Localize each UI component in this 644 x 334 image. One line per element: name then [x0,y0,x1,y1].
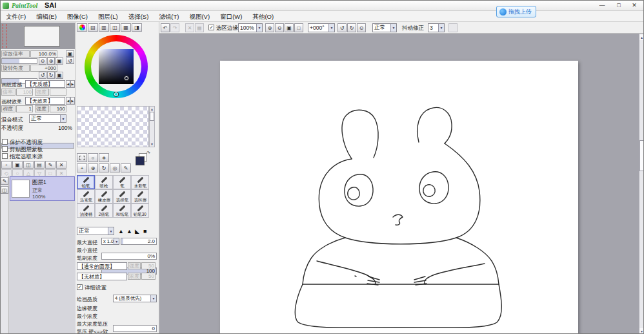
effect-strength-value[interactable]: 100 [50,105,66,112]
brush-pencil[interactable]: 铅笔 [77,175,95,189]
navigator-zoom-out-button[interactable]: ⊖ [39,57,46,65]
paper-texture-select[interactable]: 【无质感】 [25,80,65,88]
stabilizer-extra-button[interactable] [448,23,458,32]
zoom-tool-button[interactable]: ⊕ [88,163,98,172]
hue-marker[interactable] [114,92,118,96]
rotate-tool-button[interactable]: ↻ [99,163,109,172]
scroll-down-icon[interactable]: ▼ [150,141,154,147]
rotate-reset-button[interactable]: ⊙ [357,23,366,32]
navigator-zoom-in-button[interactable]: ⊕ [47,57,55,65]
rgb-slider-tab[interactable]: ▤ [88,23,98,32]
navigator-rotate-cw-button[interactable]: ↻ [47,72,55,79]
brush-airbrush[interactable]: 喷枪 [95,175,113,189]
advanced-settings-checkbox[interactable] [77,284,83,290]
new-layer-set-button[interactable]: ▣ [12,161,23,169]
zoom-out-button[interactable]: ⊖ [275,23,284,32]
delete-layer-button[interactable]: ✕ [56,161,66,169]
max-diameter-slider[interactable]: 2.0 [121,238,157,245]
brush-shape-icon[interactable]: ▲ [126,228,132,235]
rotate-ccw-button[interactable]: ↺ [337,23,347,32]
min-diameter-slider[interactable]: 0% [101,253,157,260]
scratchpad-scrollbar[interactable]: ▲ ▼ [149,106,155,147]
saturation-value-square[interactable] [99,49,134,84]
hsv-slider-tab[interactable]: ▥ [99,23,109,32]
paint-effect-rail-button[interactable]: ✎ [1,177,8,185]
zoom-select[interactable]: 100%▼ [238,23,263,32]
lasso-tool-button[interactable]: ○ [88,153,98,162]
brush-bucket[interactable]: 油漆桶 [77,204,95,218]
navigator-rotate-ccw-button[interactable]: ↺ [39,72,46,79]
prev-texture-button[interactable]: ◀ [66,80,70,88]
scratchpad-area[interactable] [77,106,149,147]
magic-wand-tool-button[interactable]: ∗ [99,153,109,162]
selection-edge-checkbox[interactable] [208,25,214,30]
brush-binary-pen[interactable]: 2值笔 [95,204,113,218]
canvas-scroll-thumb[interactable] [639,140,644,171]
brush-select-eraser[interactable]: 选区擦 [131,189,149,204]
menu-item-filter[interactable]: 滤镜(T) [154,11,184,22]
undo-button[interactable]: ↶ [161,23,170,32]
paste-layer-button[interactable]: ▤ [34,161,45,169]
brush-shape-select[interactable]: 【通常的圆形】 [77,262,127,270]
brush-marker[interactable]: 马克笔 [77,189,95,204]
color-mixer-tab[interactable]: ◫ [110,23,120,32]
zoom-in-button[interactable]: ⊕ [265,23,274,32]
color-wheel-tab[interactable] [77,23,87,32]
edit-layer-button[interactable]: ✎ [45,161,55,169]
preserve-opacity-checkbox[interactable] [2,139,8,145]
layer-row-selected[interactable]: 图层1 正常 100% [10,176,75,201]
current-color-swatch[interactable] [136,156,145,165]
brush-shape-icon[interactable]: ■ [143,228,146,235]
copy-layer-button[interactable]: ◫ [23,161,34,169]
clipping-mask-checkbox[interactable] [2,146,8,152]
scroll-up-icon[interactable]: ▲ [150,107,154,112]
menu-item-others[interactable]: 其他(O) [247,11,279,22]
scratchpad-tab[interactable]: ◨ [132,23,142,32]
menu-item-layer[interactable]: 图层(L) [93,11,123,22]
move-tool-button[interactable]: + [77,163,87,172]
navigator-rotate-reset-button[interactable]: ▣ [55,72,63,79]
blend-mode-select[interactable]: 正常▼ [29,114,66,123]
angle-select[interactable]: +000°▼ [308,23,335,32]
zoom-fit-button[interactable]: ▣ [285,23,294,32]
new-layer-button[interactable]: ▫ [1,161,12,169]
canvas-vertical-scrollbar[interactable]: ▲ ▼ [639,34,644,334]
drawing-canvas[interactable] [220,61,578,334]
drag-upload-button[interactable]: 拖拽上传 [496,6,536,17]
zoom-reset-button[interactable]: □ [294,23,303,32]
navigator-preview[interactable] [1,23,75,49]
brush-shape-icon[interactable]: ◣ [135,228,139,235]
navigator-reset-zoom-button[interactable]: ▣ [66,50,74,57]
close-button[interactable]: ✕ [627,1,642,10]
menu-item-file[interactable]: 文件(F) [1,11,31,22]
selection-source-checkbox[interactable] [2,153,8,159]
maximize-button[interactable]: □ [611,1,627,10]
menu-item-view[interactable]: 视图(V) [184,11,215,22]
scratchpad-scroll-thumb[interactable] [150,112,154,121]
edge-hardness-slider[interactable]: 0 [113,325,157,332]
invert-selection-button[interactable]: ▦ [195,23,204,32]
sv-marker[interactable] [125,76,128,80]
marquee-tool-button[interactable] [77,153,87,162]
quality-select[interactable]: 4 (品质优先)▼ [113,295,157,302]
effect-degree-value[interactable]: 1 [16,105,33,112]
menu-item-window[interactable]: 窗口(W) [215,11,247,22]
brush-eraser[interactable]: 橡皮擦 [95,189,113,204]
scroll-up-icon[interactable]: ▲ [639,34,644,40]
navigator-reset-angle-button[interactable]: ↺ [66,57,74,64]
menu-item-canvas[interactable]: 图像(C) [62,11,93,22]
next-effect-button[interactable]: ▶ [70,97,75,105]
brush-watercolor[interactable]: 水彩笔 [131,175,149,189]
toolbar-mode-select[interactable]: 正常▼ [372,23,397,32]
brush-shape-icon[interactable]: ▲ [118,228,124,235]
stabilizer-select[interactable]: 3▼ [428,23,445,32]
swatches-tab[interactable]: ▦ [121,23,131,32]
material-effect-select[interactable]: 【无效果】 [25,97,65,105]
brush-pen[interactable]: 笔 [113,175,131,189]
scroll-down-icon[interactable]: ▼ [639,328,644,334]
diameter-unit-select[interactable]: x 1.0▼ [101,238,119,245]
next-texture-button[interactable]: ▶ [70,80,75,88]
rotate-cw-button[interactable]: ↻ [347,23,356,32]
hand-tool-button[interactable]: ◎ [110,163,120,172]
mask-rail-button[interactable]: ◫ [1,186,8,194]
